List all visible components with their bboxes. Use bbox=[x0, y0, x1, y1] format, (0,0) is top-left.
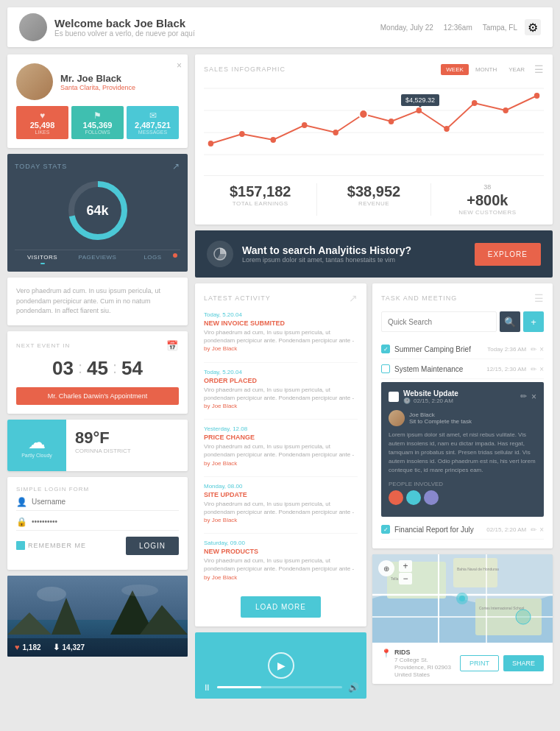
calendar-icon: 📅 bbox=[166, 340, 179, 351]
download-icon: ⬇ bbox=[53, 643, 60, 652]
header-title-block: Welcome back Joe Black Es bueno volver a… bbox=[54, 17, 380, 38]
bottom-row: LATEST ACTIVITY ↗ Today, 5.20.04 NEW INV… bbox=[195, 283, 553, 699]
task-description: Lorem ipsum dolor sit amet, et nisl rebu… bbox=[389, 431, 536, 475]
video-card: ⏸ 🔊 bbox=[195, 632, 366, 699]
profile-close-button[interactable]: × bbox=[177, 60, 182, 71]
explore-button[interactable]: EXPLORE bbox=[475, 243, 541, 266]
people-involved-section: PEOPLE INVOLVED bbox=[389, 481, 536, 505]
activity-author: by Joe Black bbox=[204, 460, 237, 467]
left-column: × Mr. Joe Black Santa Clarita, Providenc… bbox=[7, 54, 188, 657]
downloads-value: 14,327 bbox=[63, 643, 85, 651]
activity-card: LATEST ACTIVITY ↗ Today, 5.20.04 NEW INV… bbox=[195, 283, 366, 626]
svg-text:Tella: Tella bbox=[391, 576, 399, 581]
lock-icon: 🔒 bbox=[16, 517, 27, 527]
search-button[interactable]: 🔍 bbox=[500, 311, 520, 332]
donut-chart: 64k bbox=[15, 177, 180, 244]
login-button[interactable]: LOGIN bbox=[126, 537, 179, 555]
profile-info: Mr. Joe Black Santa Clarita, Providence bbox=[60, 73, 135, 91]
video-progress-fill bbox=[217, 686, 261, 688]
event-button[interactable]: Mr. Charles Darwin's Appointment bbox=[16, 387, 179, 405]
expanded-close-icon[interactable]: × bbox=[531, 392, 536, 402]
quick-search-input[interactable] bbox=[381, 311, 497, 332]
svg-point-40 bbox=[516, 610, 531, 624]
tab-year[interactable]: YEAR bbox=[503, 64, 530, 75]
zoom-in-button[interactable]: + bbox=[399, 560, 412, 572]
header-location: Tampa, FL bbox=[483, 24, 517, 32]
address-line3: United States bbox=[394, 671, 430, 678]
task-checkbox[interactable] bbox=[381, 525, 390, 534]
map-info: 📍 RIDS 7 College St. Providence, RI 0290… bbox=[372, 643, 553, 684]
remember-checkbox[interactable] bbox=[16, 541, 25, 550]
settings-button[interactable]: ⚙ bbox=[525, 19, 541, 35]
customers-value: +800k bbox=[439, 192, 536, 209]
task-expanded: Website Update 🕐 02/15, 2:20 AM ✏ × bbox=[381, 382, 544, 517]
delete-icon[interactable]: × bbox=[539, 526, 544, 534]
profile-name: Mr. Joe Black bbox=[60, 73, 135, 84]
chart-menu-icon[interactable]: ☰ bbox=[534, 63, 544, 75]
address-line1: 7 College St. bbox=[394, 657, 428, 663]
username-input[interactable] bbox=[32, 498, 179, 506]
add-task-button[interactable]: + bbox=[523, 311, 544, 332]
mail-icon: ✉ bbox=[149, 110, 157, 121]
text-block: Vero phaedrum ad cum. In usu ipsum peric… bbox=[7, 278, 188, 325]
svg-point-17 bbox=[302, 122, 308, 128]
line-chart bbox=[204, 81, 544, 162]
activity-author: by Joe Black bbox=[204, 517, 237, 523]
tab-pageviews[interactable]: PAGEVIEWS bbox=[70, 250, 125, 264]
tab-visitors[interactable]: VISITORS bbox=[15, 250, 70, 264]
activity-column: LATEST ACTIVITY ↗ Today, 5.20.04 NEW INV… bbox=[195, 283, 366, 699]
task-card: TASK AND MEETING ☰ 🔍 + bbox=[372, 283, 553, 548]
next-event-card: NEXT EVENT IN 📅 03 : 45 : 54 Mr. Charles… bbox=[7, 331, 188, 414]
expanded-title-block: Website Update 🕐 02/15, 2:20 AM bbox=[403, 389, 458, 404]
task-menu-icon: ☰ bbox=[534, 292, 544, 304]
expanded-edit-icon[interactable]: ✏ bbox=[520, 392, 527, 402]
play-button[interactable] bbox=[268, 652, 294, 679]
weather-temp: 89°F bbox=[75, 428, 179, 448]
photo-downloads: ⬇ 14,327 bbox=[53, 643, 85, 652]
password-input[interactable] bbox=[32, 518, 179, 526]
task-name: Financial Report for July bbox=[394, 526, 482, 534]
text-content: Vero phaedrum ad cum. In usu ipsum peric… bbox=[16, 286, 179, 317]
zoom-out-button[interactable]: − bbox=[399, 573, 412, 585]
edit-icon[interactable]: ✏ bbox=[531, 365, 536, 373]
tab-month[interactable]: MONTH bbox=[470, 64, 502, 75]
activity-title: LATEST ACTIVITY bbox=[204, 294, 271, 302]
share-button[interactable]: SHARE bbox=[503, 655, 544, 671]
people-involved-list bbox=[389, 490, 536, 505]
pause-icon[interactable]: ⏸ bbox=[202, 682, 211, 693]
delete-icon[interactable]: × bbox=[539, 365, 544, 373]
list-item: Yesterday, 12.08 PRICE CHANGE Viro phaed… bbox=[204, 425, 358, 467]
remember-row: Remember me LOGIN bbox=[16, 537, 179, 555]
edit-icon[interactable]: ✏ bbox=[531, 345, 536, 353]
volume-icon[interactable]: 🔊 bbox=[348, 682, 359, 693]
map-address: 📍 RIDS 7 College St. Providence, RI 0290… bbox=[381, 649, 451, 678]
person-avatar-2 bbox=[406, 490, 421, 505]
person-task: Sit to Complete the task bbox=[409, 418, 472, 425]
donut-value: 64k bbox=[86, 203, 108, 219]
likes-stat[interactable]: ♥ 25,498 LIKES bbox=[16, 106, 68, 139]
task-checkbox[interactable] bbox=[381, 345, 390, 353]
list-item: Financial Report for July 02/15, 2:20 AM… bbox=[381, 520, 544, 540]
analytics-banner: Want to search Analyitics History? Lorem… bbox=[195, 230, 553, 278]
follows-stat[interactable]: ⚑ 145,369 FOLLOWS bbox=[71, 106, 124, 139]
people-involved-label: PEOPLE INVOLVED bbox=[389, 481, 536, 487]
tab-logs[interactable]: LOGS bbox=[125, 250, 180, 264]
chart-title: SALES INFOGRAPHIC bbox=[204, 66, 286, 73]
likes-label: LIKES bbox=[35, 130, 50, 135]
tab-week[interactable]: WEEK bbox=[441, 64, 469, 75]
print-button[interactable]: PRINT bbox=[460, 655, 499, 671]
countdown-sep2: : bbox=[113, 359, 117, 378]
load-more-button[interactable]: LOAD MORE bbox=[241, 596, 321, 618]
today-stats-title: TODAY STATS bbox=[15, 163, 67, 170]
delete-icon[interactable]: × bbox=[539, 345, 544, 353]
task-checkbox[interactable] bbox=[381, 364, 390, 373]
customers-label: NEW CUSTOMERS bbox=[439, 209, 536, 216]
map-navigate-icon[interactable]: ⊕ bbox=[378, 560, 394, 576]
customers-sub: 38 bbox=[439, 183, 536, 191]
video-progress-bar[interactable] bbox=[217, 686, 342, 688]
messages-stat[interactable]: ✉ 2,487,521 MESSAGES bbox=[127, 106, 179, 139]
follows-count: 145,369 bbox=[83, 121, 113, 130]
expanded-checkbox[interactable] bbox=[389, 392, 399, 402]
username-row: 👤 bbox=[16, 497, 179, 511]
edit-icon[interactable]: ✏ bbox=[531, 526, 536, 534]
